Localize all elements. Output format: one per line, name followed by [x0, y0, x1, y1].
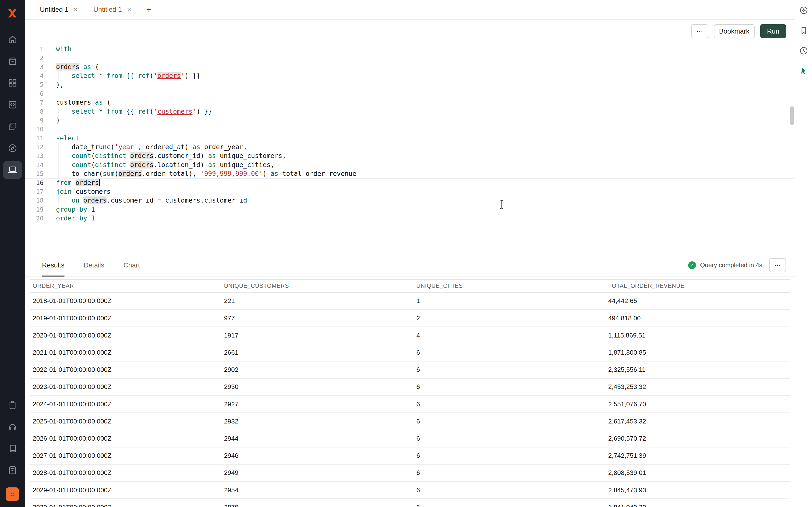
table-cell[interactable]: 2927 [221, 396, 413, 413]
tab-untitled-1[interactable]: Untitled 1 × [32, 0, 86, 19]
table-cell[interactable]: 6 [413, 344, 605, 361]
code-line[interactable]: 6 [25, 89, 795, 98]
table-cell[interactable]: 2 [413, 309, 605, 327]
code-line[interactable]: 1with [25, 45, 795, 53]
table-cell[interactable]: 2902 [221, 361, 413, 379]
tab-untitled-2[interactable]: Untitled 1 × [86, 0, 139, 19]
table-cell[interactable]: 2022-01-01T00:00:00.000Z [30, 361, 221, 379]
code-line[interactable]: 14 count(distinct orders.location_id) as… [25, 160, 795, 169]
sidebar-item-explore[interactable] [3, 139, 22, 157]
table-cell[interactable]: 2932 [221, 413, 413, 430]
table-cell[interactable]: 2949 [221, 464, 413, 482]
results-more-button[interactable]: ⋯ [769, 258, 786, 272]
table-cell[interactable]: 2030-01-01T00:00:00.000Z [30, 499, 221, 507]
user-avatar[interactable] [6, 488, 19, 501]
column-header[interactable]: UNIQUE_CITIES [413, 279, 605, 292]
close-tab-icon[interactable]: × [127, 6, 131, 13]
sidebar-item-sql-editor[interactable] [3, 96, 22, 113]
copilot-button[interactable] [798, 5, 810, 16]
code-line[interactable]: 8 select * from {{ ref('customers') }} [25, 107, 795, 116]
table-cell[interactable]: 2954 [221, 482, 413, 499]
table-cell[interactable]: 44,442.65 [605, 292, 790, 309]
table-cell[interactable]: 6 [413, 430, 605, 447]
table-cell[interactable]: 2944 [221, 430, 413, 447]
table-cell[interactable]: 2021-01-01T00:00:00.000Z [30, 344, 221, 361]
sidebar-item-projects[interactable] [3, 52, 22, 70]
code-line[interactable]: 12 date_trunc('year', ordered_at) as ord… [25, 143, 795, 151]
sidebar-item-ide[interactable] [3, 161, 22, 179]
table-cell[interactable]: 6 [413, 464, 605, 482]
table-cell[interactable]: 2018-01-01T00:00:00.000Z [30, 292, 221, 309]
new-tab-button[interactable]: + [139, 4, 159, 15]
sidebar-item-windows[interactable] [3, 118, 22, 135]
sql-editor[interactable]: 1with23orders as (4 select * from {{ ref… [25, 43, 795, 254]
code-line[interactable]: 19group by 1 [25, 205, 795, 214]
table-cell[interactable]: 2028-01-01T00:00:00.000Z [30, 464, 221, 482]
table-cell[interactable]: 2,845,473.93 [605, 482, 790, 499]
bookmarks-button[interactable] [798, 25, 810, 37]
table-cell[interactable]: 2,808,539.01 [605, 464, 790, 482]
sidebar-item-support[interactable] [3, 418, 22, 436]
column-header[interactable]: TOTAL_ORDER_REVENUE [605, 279, 790, 292]
sidebar-item-notes[interactable] [3, 396, 22, 414]
table-cell[interactable]: 2879 [221, 499, 413, 507]
table-cell[interactable]: 2027-01-01T00:00:00.000Z [30, 447, 221, 464]
table-cell[interactable]: 6 [413, 361, 605, 379]
code-line[interactable]: 7customers as ( [25, 98, 795, 107]
table-cell[interactable]: 6 [413, 447, 605, 464]
table-cell[interactable]: 2,325,556.11 [605, 361, 790, 379]
table-cell[interactable]: 977 [221, 309, 413, 327]
table-cell[interactable]: 1 [413, 292, 605, 309]
table-cell[interactable]: 2025-01-01T00:00:00.000Z [30, 413, 221, 430]
column-header[interactable]: UNIQUE_CUSTOMERS [221, 279, 413, 292]
more-options-button[interactable]: ⋯ [691, 24, 708, 38]
code-line[interactable]: 2 [25, 53, 795, 62]
results-tab-chart[interactable]: Chart [123, 254, 140, 276]
table-cell[interactable]: 2661 [221, 344, 413, 361]
results-tab-details[interactable]: Details [84, 254, 104, 276]
table-cell[interactable]: 1917 [221, 327, 413, 344]
table-cell[interactable]: 494,818.00 [605, 309, 790, 327]
sidebar-item-home[interactable] [3, 31, 22, 48]
code-line[interactable]: 16from orders [25, 178, 795, 187]
table-cell[interactable]: 2029-01-01T00:00:00.000Z [30, 482, 221, 499]
table-cell[interactable]: 1,115,869.51 [605, 327, 790, 344]
table-cell[interactable]: 221 [221, 292, 413, 309]
table-cell[interactable]: 6 [413, 499, 605, 507]
table-cell[interactable]: 4 [413, 327, 605, 344]
bookmark-button[interactable]: Bookmark [714, 24, 755, 38]
history-button[interactable] [798, 45, 810, 57]
table-cell[interactable]: 1,841,049.32 [605, 499, 790, 507]
sidebar-item-docs[interactable] [3, 440, 22, 457]
sidebar-item-calculator[interactable] [3, 461, 22, 479]
code-line[interactable]: 5), [25, 80, 795, 89]
table-cell[interactable]: 2,742,751.39 [605, 447, 790, 464]
code-line[interactable]: 18 on orders.customer_id = customers.cus… [25, 196, 795, 205]
code-line[interactable]: 13 count(distinct orders.customer_id) as… [25, 151, 795, 160]
table-cell[interactable]: 2020-01-01T00:00:00.000Z [30, 327, 221, 344]
select-tool-button[interactable] [798, 65, 810, 77]
table-cell[interactable]: 1,871,800.85 [605, 344, 790, 361]
table-cell[interactable]: 6 [413, 413, 605, 430]
table-cell[interactable]: 2026-01-01T00:00:00.000Z [30, 430, 221, 447]
code-line[interactable]: 10 [25, 125, 795, 133]
table-cell[interactable]: 2024-01-01T00:00:00.000Z [30, 396, 221, 413]
table-cell[interactable]: 2,690,570.72 [605, 430, 790, 447]
table-cell[interactable]: 2,617,453.32 [605, 413, 790, 430]
code-line[interactable]: 9) [25, 116, 795, 125]
table-cell[interactable]: 2,551,076.70 [605, 396, 790, 413]
table-cell[interactable]: 6 [413, 482, 605, 499]
table-cell[interactable]: 6 [413, 379, 605, 396]
close-tab-icon[interactable]: × [73, 6, 78, 13]
table-cell[interactable]: 6 [413, 396, 605, 413]
table-cell[interactable]: 2019-01-01T00:00:00.000Z [30, 309, 221, 327]
table-cell[interactable]: 2930 [221, 379, 413, 396]
results-tab-results[interactable]: Results [42, 254, 64, 276]
code-line[interactable]: 17join customers [25, 187, 795, 196]
code-line[interactable]: 20order by 1 [25, 214, 795, 223]
table-cell[interactable]: 2,453,253.32 [605, 379, 790, 396]
column-header[interactable]: ORDER_YEAR [30, 279, 221, 292]
table-cell[interactable]: 2946 [221, 447, 413, 464]
code-line[interactable]: 4 select * from {{ ref('orders') }} [25, 71, 795, 80]
app-logo-icon[interactable] [5, 6, 19, 20]
